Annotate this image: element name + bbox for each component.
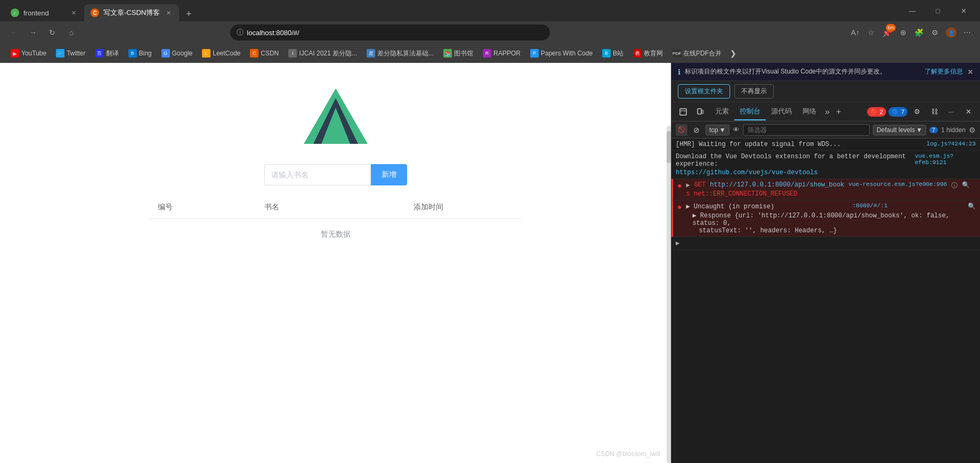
devtools-settings-button[interactable]: ⚙ bbox=[910, 104, 925, 119]
bookmark-label-bing: Bing bbox=[139, 50, 152, 57]
scrollbar-thumb[interactable] bbox=[667, 131, 671, 163]
read-aloud-icon[interactable]: A↑ bbox=[849, 26, 862, 39]
forward-button[interactable]: → bbox=[26, 25, 41, 40]
bookmark-diff[interactable]: 差 差分隐私算法基础... bbox=[362, 47, 438, 60]
settings-icon[interactable]: ⚙ bbox=[929, 26, 942, 39]
book-name-input[interactable] bbox=[264, 164, 371, 185]
no-data-message: 暂无数据 bbox=[149, 219, 522, 250]
notification-learn-more-link[interactable]: 了解更多信息 bbox=[925, 67, 963, 76]
expand-triangle-1[interactable]: ▶ bbox=[686, 181, 690, 189]
hmr-link[interactable]: log.js?4244:23 bbox=[927, 141, 976, 147]
browser-essentials-icon[interactable]: ⊕ bbox=[897, 26, 910, 39]
bookmark-label-google: Google bbox=[172, 50, 193, 57]
console-line-vue-devtools: Download the Vue Devtools extension for … bbox=[671, 151, 980, 179]
bookmark-pdf[interactable]: PDF 在线PDF合并 bbox=[668, 47, 726, 60]
devtools-toolbar: 元素 控制台 源代码 网络 » + 🔴 2 🔵 7 ⚙ bbox=[671, 102, 980, 121]
settings-button[interactable]: ⊘ bbox=[691, 124, 702, 136]
tab-csdn[interactable]: C 写文章-CSDN博客 ✕ bbox=[84, 4, 179, 21]
extensions-icon[interactable]: 🧩 bbox=[913, 26, 926, 39]
inspect-element-button[interactable] bbox=[676, 104, 691, 119]
info-icon[interactable]: ⓘ bbox=[951, 181, 958, 190]
clear-console-button[interactable]: 🚫 bbox=[676, 124, 687, 136]
hidden-count-label: 1 hidden bbox=[941, 126, 966, 134]
bookmark-bilibili[interactable]: B B站 bbox=[598, 47, 628, 60]
more-button[interactable]: ··· bbox=[961, 26, 974, 39]
bookmark-icon-library: 📚 bbox=[443, 49, 452, 58]
console-line-hmr-content: [HMR] Waiting for update signal from WDS… bbox=[676, 141, 976, 148]
maximize-button[interactable]: □ bbox=[926, 2, 950, 19]
new-tab-button[interactable]: + bbox=[181, 6, 196, 21]
scrollbar[interactable] bbox=[667, 126, 671, 463]
default-levels-dropdown[interactable]: Default levels ▼ bbox=[873, 125, 926, 135]
tab-close-frontend[interactable]: ✕ bbox=[69, 9, 78, 17]
bookmark-ijcai[interactable]: I IJCAI 2021 差分隐... bbox=[284, 47, 361, 60]
bookmark-google[interactable]: G Google bbox=[157, 47, 197, 60]
bookmark-leetcode[interactable]: L LeetCode bbox=[198, 47, 245, 60]
no-show-button[interactable]: 不再显示 bbox=[734, 84, 774, 99]
search-icon[interactable]: 🔍 bbox=[962, 181, 970, 189]
bookmark-csdn[interactable]: C CSDN bbox=[246, 47, 283, 60]
bookmarks-more-button[interactable]: ❯ bbox=[727, 47, 740, 60]
device-toolbar-button[interactable] bbox=[693, 104, 708, 119]
bookmark-papers[interactable]: P Papers With Code bbox=[526, 47, 597, 60]
home-button[interactable]: ⌂ bbox=[64, 25, 79, 40]
tab-bar: ✓ frontend ✕ C 写文章-CSDN博客 ✕ + bbox=[4, 0, 896, 21]
console-line-uncaught: ● ▶ Uncaught (in promise) :8080/#/:1 🔍 ▶… bbox=[671, 200, 980, 237]
vue-resource-link[interactable]: vue-resource.esm.js?e00e:996 bbox=[848, 181, 947, 188]
vue-devtools-github-link[interactable]: https://github.com/vuejs/vue-devtools bbox=[676, 169, 817, 176]
top-context-dropdown[interactable]: top ▼ bbox=[706, 125, 730, 135]
bookmark-youtube[interactable]: ▶ YouTube bbox=[6, 47, 51, 60]
favorites-icon[interactable]: ☆ bbox=[865, 26, 878, 39]
notification-close-button[interactable]: ✕ bbox=[967, 68, 974, 76]
uncaught-error-response-2: statusText: '', headers: Headers, …} bbox=[686, 227, 976, 234]
console-filter-bar: 🚫 ⊘ top ▼ 👁 Default levels ▼ 7 1 hidden … bbox=[671, 121, 980, 139]
set-root-folder-button[interactable]: 设置根文件夹 bbox=[678, 84, 730, 99]
tab-network[interactable]: 网络 bbox=[797, 103, 822, 120]
devtools-more-button[interactable]: ··· bbox=[944, 104, 959, 119]
tab-elements[interactable]: 元素 bbox=[710, 103, 734, 120]
eye-icon[interactable]: 👁 bbox=[733, 126, 740, 134]
tab-frontend[interactable]: ✓ frontend ✕ bbox=[4, 4, 84, 21]
devtools-tabs: 元素 控制台 源代码 网络 » + bbox=[710, 103, 865, 120]
bookmark-bing[interactable]: B Bing bbox=[124, 47, 156, 60]
expand-arrow[interactable]: ▶ bbox=[676, 239, 679, 247]
tab-close-csdn[interactable]: ✕ bbox=[164, 9, 173, 17]
bookmark-rappor[interactable]: R RAPPOR bbox=[479, 47, 525, 60]
tab-sources[interactable]: 源代码 bbox=[766, 103, 797, 120]
devtools-close-button[interactable]: ✕ bbox=[961, 104, 976, 119]
bookmark-translate[interactable]: 百 翻译 bbox=[91, 47, 123, 60]
search-icon-2[interactable]: 🔍 bbox=[968, 202, 976, 210]
address-text[interactable]: localhost:8080/#/ bbox=[247, 29, 299, 37]
back-button[interactable]: ← bbox=[6, 25, 21, 40]
bookmark-library[interactable]: 📚 图书馆 bbox=[439, 47, 477, 60]
bookmark-edu[interactable]: 教 教育网 bbox=[629, 47, 667, 60]
bookmark-twitter[interactable]: 🐦 Twitter bbox=[52, 47, 90, 60]
refresh-button[interactable]: ↻ bbox=[45, 25, 60, 40]
tab-console[interactable]: 控制台 bbox=[734, 103, 766, 120]
bookmark-label-pdf: 在线PDF合并 bbox=[683, 49, 722, 58]
top-label: top bbox=[709, 126, 718, 134]
add-book-button[interactable]: 新增 bbox=[371, 164, 407, 185]
vue-devtools-source-link[interactable]: vue.esm.js?efeb:9121 bbox=[915, 153, 976, 166]
bookmark-label-bilibili: B站 bbox=[613, 49, 623, 58]
collections-icon[interactable]: 📌 6m bbox=[881, 26, 894, 39]
uncaught-source-link[interactable]: :8080/#/:1 bbox=[853, 202, 888, 209]
customize-button[interactable]: ⛓ bbox=[927, 104, 942, 119]
more-tabs-button[interactable]: » bbox=[822, 107, 833, 117]
add-tab-button[interactable]: + bbox=[833, 107, 844, 117]
table-header-id: 编号 bbox=[149, 196, 256, 218]
browser-window: ✓ frontend ✕ C 写文章-CSDN博客 ✕ + — □ ✕ ← → … bbox=[0, 0, 980, 463]
console-filter-input[interactable] bbox=[743, 124, 870, 136]
notification-info-icon: ℹ bbox=[678, 68, 681, 76]
bookmark-label-papers: Papers With Code bbox=[541, 50, 593, 57]
profile-icon[interactable]: 👤 bbox=[945, 26, 958, 39]
table-header: 编号 书名 添加时间 bbox=[149, 196, 522, 219]
security-icon: ⓘ bbox=[237, 28, 244, 37]
get-url: http://127.0.0.1:8000/api/show_book bbox=[710, 181, 844, 189]
minimize-button[interactable]: — bbox=[900, 2, 925, 19]
console-settings-button[interactable]: ⚙ bbox=[969, 126, 976, 134]
address-bar: ← → ↻ ⌂ ⓘ localhost:8080/#/ A↑ ☆ 📌 6m ⊕ … bbox=[0, 21, 980, 44]
bookmark-icon-rappor: R bbox=[483, 49, 491, 58]
console-output[interactable]: [HMR] Waiting for update signal from WDS… bbox=[671, 139, 980, 463]
close-button[interactable]: ✕ bbox=[951, 2, 976, 19]
